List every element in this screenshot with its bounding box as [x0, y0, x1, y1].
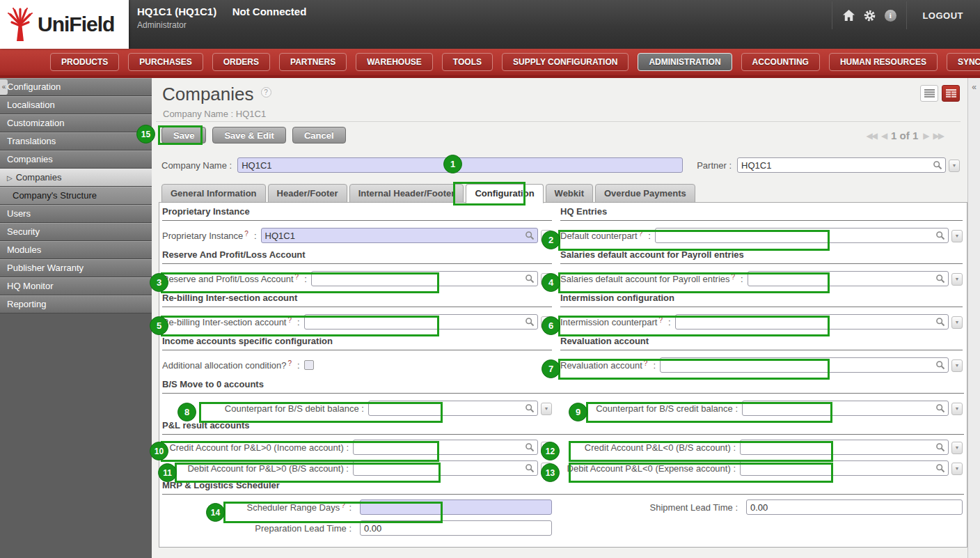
menu-supply-configuration[interactable]: SUPPLY CONFIGURATION — [502, 53, 629, 71]
help-icon[interactable]: ? — [732, 273, 736, 281]
partner-input[interactable] — [737, 157, 946, 173]
company-name-input[interactable] — [237, 157, 683, 173]
home-icon[interactable] — [838, 6, 859, 24]
sidebar-item-modules[interactable]: Modules — [0, 241, 152, 259]
sidebar-item-users[interactable]: Users — [0, 205, 152, 223]
pl-debit-bs-input[interactable] — [353, 460, 538, 476]
tab-overdue-payments[interactable]: Overdue Payments — [595, 184, 695, 203]
dropdown-icon[interactable]: ▼ — [541, 273, 552, 286]
dropdown-icon[interactable]: ▼ — [951, 316, 963, 329]
dropdown-icon[interactable]: ▼ — [951, 463, 963, 475]
sidebar-item-companys-structure[interactable]: Company's Structure — [0, 187, 152, 205]
dropdown-icon[interactable]: ▼ — [541, 442, 552, 454]
intermission-counterpart-input[interactable] — [675, 314, 949, 330]
last-page-icon[interactable]: ▶▶ — [933, 131, 943, 141]
proprietary-instance-input[interactable] — [261, 228, 538, 243]
menu-orders[interactable]: ORDERS — [212, 53, 270, 71]
search-icon — [935, 403, 945, 413]
next-page-icon[interactable]: ▶ — [923, 131, 928, 141]
additional-allocation-checkbox[interactable] — [304, 360, 314, 370]
pl-credit-income-input[interactable] — [353, 440, 538, 455]
dropdown-icon[interactable]: ▼ — [541, 316, 552, 329]
menu-accounting[interactable]: ACCOUNTING — [741, 53, 820, 71]
dropdown-icon[interactable]: ▼ — [541, 403, 552, 415]
tab-webkit[interactable]: Webkit — [546, 184, 593, 203]
sidebar-item-security[interactable]: Security — [0, 223, 152, 241]
dropdown-icon[interactable]: ▼ — [541, 463, 552, 475]
prev-page-icon[interactable]: ◀ — [881, 131, 886, 141]
section-salaries: Salaries default account for Payroll ent… — [560, 249, 963, 264]
menu-purchases[interactable]: PURCHASES — [128, 53, 203, 71]
pl-debit-expense-input[interactable] — [740, 460, 949, 476]
search-icon — [525, 317, 535, 327]
scheduler-range-days-input[interactable] — [360, 499, 552, 515]
menu-tools[interactable]: TOOLS — [442, 53, 493, 71]
sidebar-item-hq-monitor[interactable]: HQ Monitor — [0, 277, 152, 295]
menu-products[interactable]: PRODUCTS — [50, 53, 119, 71]
help-icon[interactable]: ? — [658, 316, 663, 324]
top-header: UniField HQ1C1 (HQ1C1) Not Connected Adm… — [0, 0, 980, 49]
help-icon[interactable]: ? — [287, 316, 292, 324]
help-icon[interactable]: ? — [644, 359, 648, 367]
help-icon[interactable]: ? — [639, 230, 643, 238]
logout-button[interactable]: LOGOUT — [912, 10, 973, 21]
dropdown-icon[interactable]: ▼ — [951, 442, 963, 454]
first-page-icon[interactable]: ◀◀ — [866, 131, 876, 141]
tab-header-footer[interactable]: Header/Footer — [268, 184, 347, 203]
dropdown-icon[interactable]: ▼ — [951, 273, 963, 286]
page-subtitle: Company Name : HQ1C1 — [163, 109, 266, 119]
menu-warehouse[interactable]: WAREHOUSE — [356, 53, 433, 71]
salaries-account-input[interactable] — [748, 271, 949, 286]
sidebar-item-customization[interactable]: Customization — [0, 114, 152, 132]
pl-credit-bs-input[interactable] — [740, 440, 949, 455]
bs-debit-balance-input[interactable] — [368, 401, 538, 416]
sidebar-item-publisher-warranty[interactable]: Publisher Warranty — [0, 259, 152, 277]
colon: : — [297, 317, 300, 327]
sidebar-item-localisation[interactable]: Localisation — [0, 96, 152, 114]
help-icon[interactable]: ? — [244, 230, 248, 238]
help-icon[interactable]: ? — [295, 273, 299, 281]
tab-internal-header-footer[interactable]: Internal Header/Footer — [349, 184, 464, 203]
sidebar-item-companies[interactable]: ▷Companies — [0, 169, 152, 187]
save-edit-button[interactable]: Save & Edit — [212, 127, 286, 144]
menu-administration[interactable]: ADMINISTRATION — [638, 53, 732, 71]
menu-human-resources[interactable]: HUMAN RESOURCES — [829, 53, 938, 71]
search-icon — [935, 317, 945, 327]
sidebar-item-reporting[interactable]: Reporting — [0, 295, 152, 313]
dropdown-icon[interactable]: ▼ — [951, 403, 963, 415]
bs-credit-balance-input[interactable] — [742, 401, 949, 416]
section-intermission: Intermission configuration — [560, 293, 963, 307]
title-help-icon[interactable]: ? — [261, 87, 271, 98]
menu-partners[interactable]: PARTNERS — [279, 53, 347, 71]
additional-allocation-label: Additional allocation condition?? — [162, 359, 293, 371]
menu-synchronization[interactable]: SYNCHRONIZATION — [947, 53, 980, 71]
save-button[interactable]: Save — [161, 127, 206, 144]
rebilling-account-input[interactable] — [304, 314, 538, 330]
sidebar-item-configuration[interactable]: Configuration — [0, 78, 152, 96]
list-view-button[interactable] — [920, 85, 938, 102]
preparation-lead-time-input[interactable] — [360, 520, 552, 536]
revaluation-account-input[interactable] — [660, 357, 949, 373]
tab-general-information[interactable]: General Information — [161, 184, 266, 203]
search-icon — [525, 463, 535, 473]
sidebar-item-label: Companies — [16, 172, 62, 183]
cancel-button[interactable]: Cancel — [292, 127, 346, 144]
dropdown-icon[interactable]: ▼ — [951, 359, 963, 372]
dropdown-icon[interactable]: ▼ — [951, 230, 963, 242]
partner-dropdown-icon[interactable]: ▼ — [949, 160, 960, 172]
gear-icon[interactable] — [859, 6, 880, 24]
default-counterpart-input[interactable] — [655, 228, 949, 243]
help-icon[interactable]: ? — [288, 359, 292, 367]
shipment-lead-time-input[interactable] — [746, 499, 963, 515]
form-view-button[interactable] — [942, 85, 960, 102]
panel-collapse-icon[interactable]: « — [968, 78, 980, 92]
sidebar-item-companies-group[interactable]: Companies — [0, 150, 152, 169]
info-icon[interactable]: i — [880, 6, 901, 24]
sidebar-item-translations[interactable]: Translations — [0, 132, 152, 150]
reserve-account-input[interactable] — [311, 271, 538, 286]
dropdown-icon[interactable]: ▼ — [541, 230, 552, 242]
tab-configuration[interactable]: Configuration — [466, 184, 543, 203]
help-icon[interactable]: ? — [341, 502, 345, 509]
section-mrp: MRP & Logistics Scheduler — [162, 480, 964, 495]
sidebar-collapse-icon[interactable]: « — [0, 79, 8, 95]
